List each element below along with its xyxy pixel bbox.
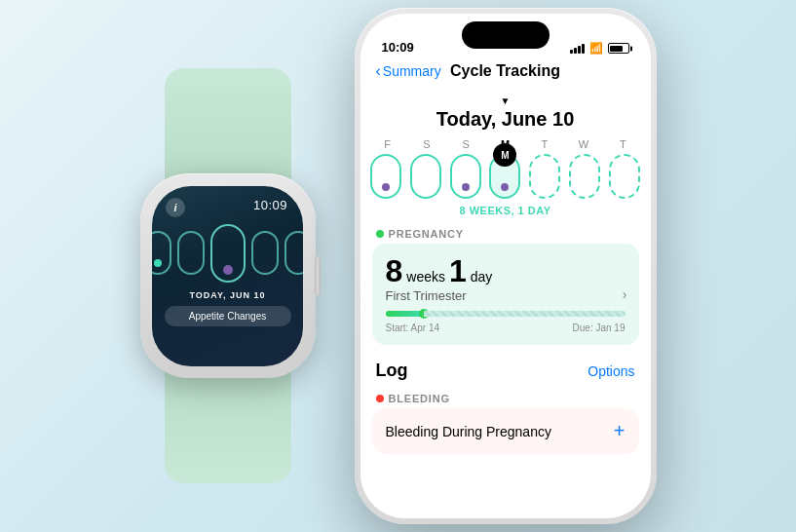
watch-cycle-pill-2 (177, 231, 205, 275)
watch-cycle-pill-1 (152, 231, 171, 275)
phone-pill-t2 (609, 154, 640, 199)
signal-bar-1 (570, 50, 573, 54)
bleeding-item-label: Bleeding During Pregnancy (386, 424, 551, 439)
phone-pill-s2 (450, 154, 481, 199)
watch-date-label: TODAY, JUN 10 (189, 290, 265, 300)
watch-cycle-pill-4 (251, 231, 279, 275)
back-label: Summary (383, 63, 441, 79)
phone-content: ▼ Today, June 10 F S S M T W T (360, 88, 651, 518)
days-unit: day (471, 269, 493, 285)
back-chevron-icon: ‹ (376, 62, 381, 80)
battery-fill (610, 46, 623, 52)
watch-symptom-button[interactable]: Appetite Changes (165, 306, 291, 326)
day-label-s2: S (449, 138, 482, 150)
watch-info-button[interactable]: i (166, 198, 185, 217)
pill-dot-f (382, 183, 390, 191)
day-label-w: W (567, 138, 600, 150)
watch-band-bottom (165, 366, 291, 483)
start-date: Start: Apr 14 (386, 323, 440, 333)
phone-pill-w (569, 154, 600, 199)
bleeding-item[interactable]: Bleeding During Pregnancy + (372, 408, 639, 454)
pill-dot-s2 (462, 183, 470, 191)
phone-pill-f (370, 154, 401, 199)
log-options-button[interactable]: Options (588, 363, 634, 379)
pregnancy-section-label: PREGNANCY (360, 220, 651, 244)
progress-dates: Start: Apr 14 Due: Jan 19 (386, 323, 625, 333)
bleeding-section-label: BLEEDING (360, 385, 651, 408)
phone-pill-m[interactable]: M (489, 154, 520, 199)
today-arrow-icon: ▼ (360, 95, 651, 106)
pill-dot-m (501, 183, 509, 191)
today-header: ▼ Today, June 10 (360, 88, 651, 134)
weeks-number: 8 (386, 255, 403, 286)
weeks-unit: weeks (406, 269, 445, 285)
day-label-t1: T (528, 138, 561, 150)
bleeding-dot-icon (376, 395, 384, 402)
signal-bars-icon (570, 44, 585, 54)
progress-bar-fill (386, 311, 424, 317)
back-button[interactable]: ‹ Summary (376, 62, 441, 80)
watch-screen: i 10:09 TODAY, JUN 1 (152, 186, 303, 366)
bleeding-title: BLEEDING (389, 393, 450, 404)
calendar-strip: F S S M T W T (360, 134, 651, 220)
signal-bar-4 (582, 44, 585, 54)
weeks-label: 8 WEEKS, 1 DAY (360, 199, 651, 220)
pregnancy-title: PREGNANCY (389, 228, 465, 240)
watch-dot-center (223, 265, 233, 275)
battery-icon (608, 43, 629, 54)
wifi-icon: 📶 (589, 42, 603, 55)
trimester-label: First Trimester (386, 288, 625, 303)
phone-pill-t1 (529, 154, 560, 199)
bleeding-add-button[interactable]: + (614, 420, 625, 442)
nav-title: Cycle Tracking (450, 62, 560, 80)
due-date: Due: Jan 19 (573, 323, 625, 333)
log-title: Log (376, 361, 408, 381)
watch-time: 10:09 (253, 198, 287, 212)
signal-bar-2 (574, 48, 577, 54)
watch-cycle-pill-center (210, 224, 246, 283)
day-label-s1: S (410, 138, 443, 150)
watch-crown (315, 256, 321, 295)
watch-dot-1 (154, 259, 162, 267)
day-label-f: F (371, 138, 404, 150)
progress-bar (386, 311, 625, 317)
days-number: 1 (449, 255, 467, 286)
pregnancy-card[interactable]: 8 weeks 1 day First Trimester Start: Apr… (372, 244, 639, 345)
watch-body: i 10:09 TODAY, JUN 1 (140, 173, 316, 378)
phone-screen: 10:09 📶 ‹ Summary Cycle Tracking (360, 14, 651, 518)
day-label-t2: T (606, 138, 639, 150)
today-circle: M (493, 143, 516, 167)
watch-band-top (165, 68, 291, 185)
phone-pill-s1 (410, 154, 441, 199)
dynamic-island (462, 21, 550, 49)
log-header: Log Options (360, 353, 651, 385)
cycle-pills-row: M (360, 154, 651, 199)
pregnancy-chevron-icon: › (623, 286, 627, 302)
status-time: 10:09 (382, 40, 414, 55)
nav-bar: ‹ Summary Cycle Tracking (360, 60, 651, 88)
today-title: Today, June 10 (360, 108, 651, 131)
progress-bar-striped (424, 311, 625, 317)
status-icons: 📶 (570, 42, 629, 55)
pregnancy-dot-icon (376, 230, 384, 238)
watch-container: i 10:09 TODAY, JUN 1 (140, 173, 316, 378)
pregnancy-main: 8 weeks 1 day (386, 255, 625, 286)
watch-cycle-pill-5 (284, 231, 304, 275)
phone-outer: 10:09 📶 ‹ Summary Cycle Tracking (355, 8, 657, 524)
watch-cycle-display (152, 224, 303, 283)
signal-bar-3 (578, 46, 581, 54)
